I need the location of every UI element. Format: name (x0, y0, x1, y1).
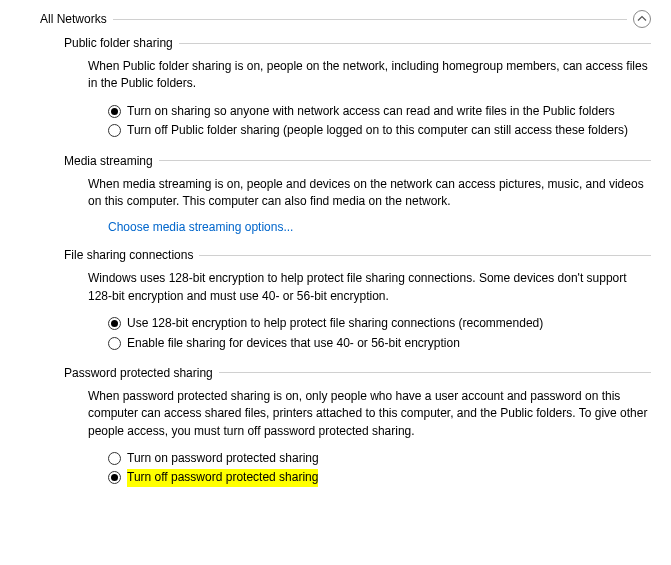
radio-label: Turn on password protected sharing (127, 450, 319, 467)
radio-group-password: Turn on password protected sharing Turn … (108, 450, 651, 487)
radio-label: Enable file sharing for devices that use… (127, 335, 460, 352)
divider (159, 160, 651, 161)
category-header-all-networks[interactable]: All Networks (40, 10, 651, 28)
divider (113, 19, 627, 20)
section-public-folder-sharing: Public folder sharing When Public folder… (64, 36, 651, 140)
section-description: When media streaming is on, people and d… (88, 176, 651, 211)
section-file-sharing-connections: File sharing connections Windows uses 12… (64, 248, 651, 352)
divider (179, 43, 651, 44)
section-description: When Public folder sharing is on, people… (88, 58, 651, 93)
radio-icon (108, 317, 121, 330)
radio-label: Turn on sharing so anyone with network a… (127, 103, 615, 120)
radio-option-password-off[interactable]: Turn off password protected sharing (108, 469, 651, 486)
radio-icon (108, 471, 121, 484)
collapse-button[interactable] (633, 10, 651, 28)
section-title: Public folder sharing (64, 36, 179, 50)
radio-icon (108, 337, 121, 350)
radio-group-file-sharing: Use 128-bit encryption to help protect f… (108, 315, 651, 352)
section-description: When password protected sharing is on, o… (88, 388, 651, 440)
radio-option-128bit[interactable]: Use 128-bit encryption to help protect f… (108, 315, 651, 332)
chevron-up-icon (637, 14, 647, 24)
section-title: Password protected sharing (64, 366, 219, 380)
section-password-protected-sharing: Password protected sharing When password… (64, 366, 651, 487)
divider (219, 372, 651, 373)
section-header: File sharing connections (64, 248, 651, 262)
radio-group-public-folder: Turn on sharing so anyone with network a… (108, 103, 651, 140)
radio-label: Turn off Public folder sharing (people l… (127, 122, 628, 139)
radio-label: Turn off password protected sharing (127, 469, 318, 486)
section-description: Windows uses 128-bit encryption to help … (88, 270, 651, 305)
radio-option-40-56bit[interactable]: Enable file sharing for devices that use… (108, 335, 651, 352)
section-title: File sharing connections (64, 248, 199, 262)
radio-icon (108, 124, 121, 137)
divider (199, 255, 651, 256)
radio-option-password-on[interactable]: Turn on password protected sharing (108, 450, 651, 467)
radio-icon (108, 452, 121, 465)
radio-label: Use 128-bit encryption to help protect f… (127, 315, 543, 332)
section-title: Media streaming (64, 154, 159, 168)
section-media-streaming: Media streaming When media streaming is … (64, 154, 651, 235)
category-title: All Networks (40, 12, 113, 26)
radio-option-public-on[interactable]: Turn on sharing so anyone with network a… (108, 103, 651, 120)
section-header: Password protected sharing (64, 366, 651, 380)
section-header: Public folder sharing (64, 36, 651, 50)
advanced-sharing-settings-panel: All Networks Public folder sharing When … (0, 0, 671, 521)
section-header: Media streaming (64, 154, 651, 168)
radio-icon (108, 105, 121, 118)
radio-option-public-off[interactable]: Turn off Public folder sharing (people l… (108, 122, 651, 139)
link-media-streaming-options[interactable]: Choose media streaming options... (108, 220, 293, 234)
